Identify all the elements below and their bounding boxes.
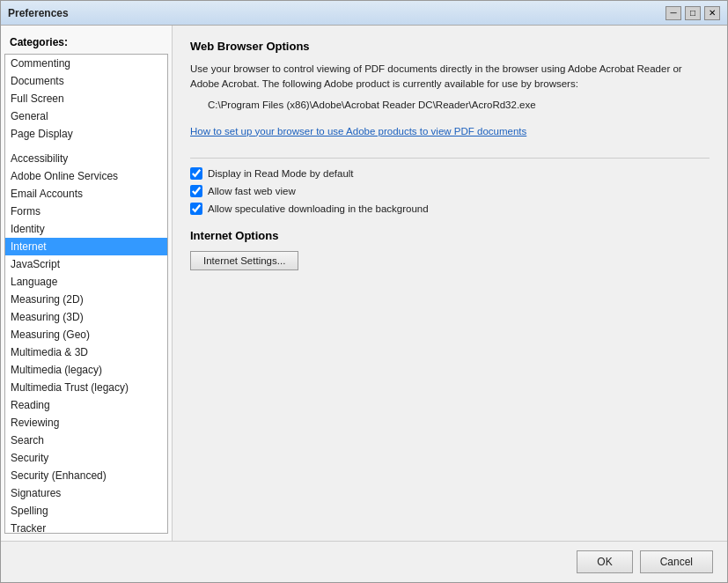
sidebar-item-forms[interactable]: Forms — [5, 203, 167, 220]
sidebar-item-fullscreen[interactable]: Full Screen — [5, 90, 167, 107]
sidebar-item-search[interactable]: Search — [5, 432, 167, 449]
sidebar-item-security[interactable]: Security — [5, 449, 167, 467]
readmode-label: Display in Read Mode by default — [208, 168, 354, 179]
sidebar-item-pagedisplay[interactable]: Page Display — [5, 125, 167, 143]
categories-label: Categories: — [4, 33, 168, 54]
sidebar-item-reviewing[interactable]: Reviewing — [5, 414, 167, 432]
dialog-body: Categories: Commenting Documents Full Sc… — [1, 26, 727, 541]
sidebar-item-general[interactable]: General — [5, 107, 167, 125]
speculative-checkbox[interactable] — [190, 203, 202, 215]
sidebar-item-commenting[interactable]: Commenting — [5, 55, 167, 72]
title-bar: Preferences ─ □ ✕ — [1, 1, 727, 26]
readmode-checkbox[interactable] — [190, 167, 202, 180]
main-content: Web Browser Options Use your browser to … — [173, 26, 727, 541]
internet-options-label: Internet Options — [190, 229, 710, 242]
sidebar-item-adobeonline[interactable]: Adobe Online Services — [5, 167, 167, 185]
minimize-button[interactable]: ─ — [665, 6, 681, 20]
sidebar-item-measuring2d[interactable]: Measuring (2D) — [5, 291, 167, 308]
sidebar-item-internet[interactable]: Internet — [5, 238, 167, 255]
ok-button[interactable]: OK — [577, 550, 632, 573]
sidebar-item-multimedialegacy[interactable]: Multimedia (legacy) — [5, 361, 167, 379]
separator — [190, 158, 710, 159]
sidebar-divider — [5, 143, 167, 150]
maximize-button[interactable]: □ — [685, 6, 701, 20]
filepath-text: C:\Program Files (x86)\Adobe\Acrobat Rea… — [208, 100, 710, 110]
sidebar-item-javascript[interactable]: JavaScript — [5, 255, 167, 273]
sidebar-item-identity[interactable]: Identity — [5, 220, 167, 238]
sidebar: Categories: Commenting Documents Full Sc… — [1, 26, 173, 541]
category-list[interactable]: Commenting Documents Full Screen General… — [4, 54, 168, 534]
browser-setup-link[interactable]: How to set up your browser to use Adobe … — [190, 126, 526, 137]
dialog-footer: OK Cancel — [1, 541, 727, 582]
speculative-label: Allow speculative downloading in the bac… — [208, 203, 429, 214]
sidebar-item-tracker[interactable]: Tracker — [5, 520, 167, 534]
sidebar-item-documents[interactable]: Documents — [5, 72, 167, 90]
dialog-title: Preferences — [8, 7, 69, 19]
description-text: Use your browser to control viewing of P… — [190, 62, 710, 92]
fastwebview-checkbox[interactable] — [190, 185, 202, 197]
sidebar-item-multimedia3d[interactable]: Multimedia & 3D — [5, 343, 167, 361]
section-title: Web Browser Options — [190, 40, 710, 53]
sidebar-item-multimediatrust[interactable]: Multimedia Trust (legacy) — [5, 379, 167, 396]
preferences-dialog: Preferences ─ □ ✕ Categories: Commenting… — [0, 0, 728, 583]
sidebar-item-measuring3d[interactable]: Measuring (3D) — [5, 308, 167, 326]
sidebar-item-securityenhanced[interactable]: Security (Enhanced) — [5, 467, 167, 484]
sidebar-item-signatures[interactable]: Signatures — [5, 484, 167, 502]
sidebar-item-measuringgeo[interactable]: Measuring (Geo) — [5, 326, 167, 343]
sidebar-item-accessibility[interactable]: Accessibility — [5, 150, 167, 167]
close-button[interactable]: ✕ — [704, 6, 720, 20]
checkbox-row-readmode: Display in Read Mode by default — [190, 167, 710, 180]
sidebar-item-reading[interactable]: Reading — [5, 396, 167, 414]
checkbox-row-fastwebview: Allow fast web view — [190, 185, 710, 197]
sidebar-item-language[interactable]: Language — [5, 273, 167, 291]
cancel-button[interactable]: Cancel — [640, 550, 713, 573]
title-bar-controls: ─ □ ✕ — [665, 6, 720, 20]
fastwebview-label: Allow fast web view — [208, 186, 296, 196]
sidebar-item-spelling[interactable]: Spelling — [5, 502, 167, 520]
sidebar-item-emailaccounts[interactable]: Email Accounts — [5, 185, 167, 203]
internet-settings-button[interactable]: Internet Settings... — [190, 251, 298, 270]
checkbox-row-speculative: Allow speculative downloading in the bac… — [190, 203, 710, 215]
